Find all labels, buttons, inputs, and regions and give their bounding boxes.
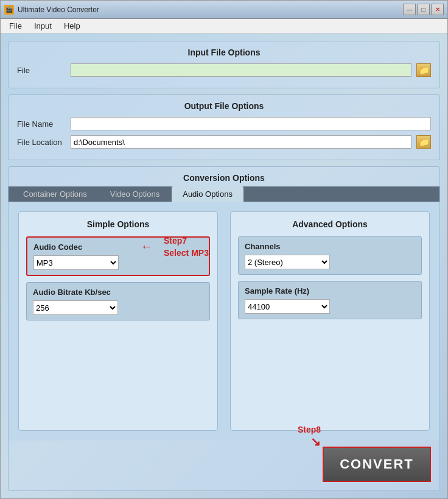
channels-label: Channels: [245, 242, 415, 251]
filename-input[interactable]: [71, 117, 431, 130]
sample-rate-select[interactable]: 22050 44100 48000: [245, 299, 330, 314]
audio-bitrate-label: Audio Bitrate Kb/sec: [33, 288, 203, 297]
advanced-options-title: Advanced Options: [238, 219, 422, 229]
close-button[interactable]: ✕: [431, 4, 444, 15]
filelocation-row: File Location 📁: [17, 135, 431, 149]
sample-rate-group: Sample Rate (Hz) 22050 44100 48000: [238, 281, 422, 319]
conversion-panel: Conversion Options Container Options Vid…: [8, 166, 440, 491]
filelocation-label: File Location: [17, 138, 66, 147]
step8-annotation: Step8 ↘: [298, 425, 321, 449]
conversion-title: Conversion Options: [9, 167, 439, 186]
menu-input[interactable]: Input: [28, 20, 58, 32]
maximize-button[interactable]: □: [417, 4, 430, 15]
file-label: File: [17, 66, 66, 75]
menu-help[interactable]: Help: [58, 20, 86, 32]
step8-arrow-down: ↘: [298, 434, 321, 449]
file-input[interactable]: [71, 63, 411, 77]
input-file-panel: Input File Options File 📁: [8, 41, 440, 88]
minimize-button[interactable]: —: [403, 4, 416, 15]
step7-arrow: ←: [141, 238, 153, 255]
step7-line2: Select MP3: [164, 248, 209, 258]
convert-button[interactable]: CONVERT: [323, 447, 431, 482]
main-content: Input File Options File 📁 Output File Op…: [1, 34, 447, 498]
menu-bar: File Input Help: [1, 19, 447, 34]
title-bar-left: 🎬 Ultimate Video Converter: [4, 5, 99, 15]
filename-row: File Name: [17, 117, 431, 130]
file-browse-button[interactable]: 📁: [416, 63, 431, 77]
audio-bitrate-select[interactable]: 128 192 256 320: [33, 300, 118, 315]
audio-codec-select[interactable]: MP3 AAC OGG FLAC WAV: [33, 255, 119, 270]
main-window: 🎬 Ultimate Video Converter — □ ✕ File In…: [0, 0, 448, 499]
step7-annotation: ← Step7 Select MP3: [164, 235, 209, 259]
input-file-title: Input File Options: [17, 48, 431, 57]
window-title: Ultimate Video Converter: [18, 5, 99, 14]
audio-bitrate-group: Audio Bitrate Kb/sec 128 192 256 320: [26, 282, 210, 320]
title-bar: 🎬 Ultimate Video Converter — □ ✕: [1, 1, 447, 19]
filelocation-browse-button[interactable]: 📁: [416, 135, 431, 149]
window-controls: — □ ✕: [403, 4, 444, 15]
advanced-options-box: Advanced Options Channels 1 (Mono) 2 (St…: [230, 211, 430, 431]
file-row: File 📁: [17, 63, 431, 77]
output-file-panel: Output File Options File Name File Locat…: [8, 94, 440, 160]
filelocation-input[interactable]: [71, 135, 411, 149]
simple-options-title: Simple Options: [26, 219, 210, 229]
tab-audio[interactable]: Audio Options: [172, 186, 243, 202]
menu-file[interactable]: File: [3, 20, 28, 32]
tab-content-audio: Simple Options Audio Codec MP3 AAC OGG F…: [9, 202, 439, 441]
channels-group: Channels 1 (Mono) 2 (Stereo) 5.1 Surroun…: [238, 236, 422, 275]
app-icon: 🎬: [4, 5, 14, 15]
tabs-bar: Container Options Video Options Audio Op…: [9, 186, 439, 202]
step8-text: Step8: [298, 425, 321, 434]
step7-line1: Step7: [164, 236, 187, 246]
tab-video[interactable]: Video Options: [99, 186, 170, 202]
sample-rate-label: Sample Rate (Hz): [245, 286, 415, 296]
bottom-area: Step8 ↘ CONVERT: [9, 441, 439, 490]
output-file-title: Output File Options: [17, 101, 431, 111]
filename-label: File Name: [17, 119, 66, 129]
tab-container[interactable]: Container Options: [12, 186, 98, 202]
channels-select[interactable]: 1 (Mono) 2 (Stereo) 5.1 Surround: [245, 255, 330, 269]
